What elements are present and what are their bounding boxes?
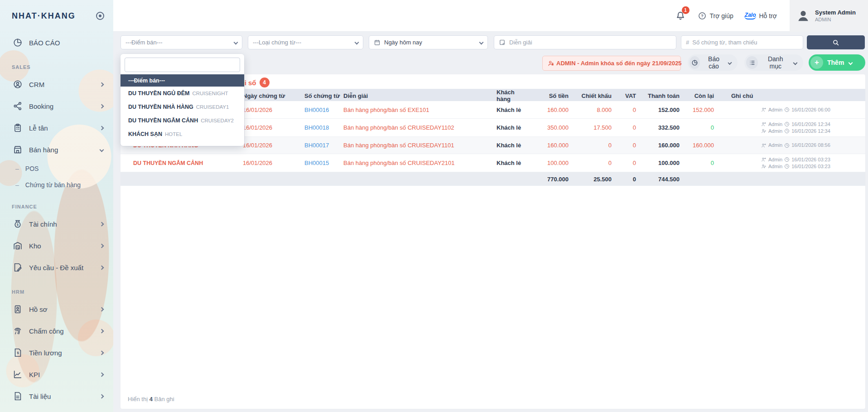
sidebar-item-chung-tu-ban-hang[interactable]: – Chứng từ bán hàng <box>0 177 113 193</box>
dropdown-option-cruiseday2[interactable]: DU THUYỀN NGẮM CẢNH CRUISEDAY2 <box>121 114 244 127</box>
note-user: Admin <box>768 107 782 113</box>
note-time: 16/01/2026 03:23 <box>791 156 830 163</box>
sidebar-item-label: BÁO CÁO <box>29 39 103 47</box>
doc-number-link[interactable]: BH00016 <box>297 107 342 113</box>
note-time: 16/01/2026 12:34 <box>791 121 830 128</box>
sidebar-item-cham-cong[interactable]: Chấm công <box>0 320 113 342</box>
pos-select[interactable]: ---Điểm bán--- <box>121 35 242 49</box>
col-header-desc: Diễn giải <box>342 92 492 99</box>
table-row[interactable]: DU THUYỀN NGẮM CẢNH 16/01/2026 BH00015 B… <box>121 154 865 172</box>
cell-amount: 160.000 <box>528 107 571 113</box>
help-icon: ? <box>698 11 707 20</box>
cell-payment: 160.000 <box>639 142 682 149</box>
sidebar-item-le-tan[interactable]: Lễ tân <box>0 117 113 139</box>
sidebar-item-tai-lieu[interactable]: Tài liệu <box>0 385 113 407</box>
support-label: Hỗ trợ <box>759 12 777 19</box>
notification-badge: 1 <box>682 6 690 14</box>
cell-payment: 152.000 <box>639 107 682 113</box>
help-label: Trợ giúp <box>710 12 733 19</box>
chevron-right-icon <box>100 222 104 226</box>
pie-chart-icon <box>691 59 698 66</box>
col-header-remaining: Còn lại <box>682 92 717 99</box>
sidebar-item-kpi[interactable]: KPI <box>0 364 113 385</box>
hash-icon: # <box>686 39 689 46</box>
sidebar-item-tien-luong[interactable]: $ Tiền lương <box>0 342 113 364</box>
note-time: 16/01/2026 08:56 <box>791 142 830 149</box>
chevron-down-icon <box>234 40 238 45</box>
sidebar-item-label: Chấm công <box>29 327 100 335</box>
clock-icon <box>784 107 790 112</box>
chevron-right-icon <box>100 126 104 130</box>
description-link[interactable]: Bán hàng phòng/bàn số CRUISEDAY2101 <box>342 160 492 166</box>
dropdown-option-hotel[interactable]: KHÁCH SẠN HOTEL <box>121 127 244 141</box>
svg-text:?: ? <box>701 14 704 18</box>
notifications-button[interactable]: 1 <box>675 10 686 21</box>
dropdown-search-input[interactable] <box>125 58 240 72</box>
user-plus-icon <box>761 107 767 112</box>
sidebar-collapse-icon[interactable] <box>96 12 104 20</box>
sidebar-item-bao-cao[interactable]: BÁO CÁO <box>0 32 113 53</box>
description-link[interactable]: Bán hàng phòng/bàn số CRUISEDAY1102 <box>342 124 492 131</box>
cell-vat: 0 <box>614 124 639 131</box>
cell-remaining: 152.000 <box>682 107 717 113</box>
categories-label: Danh mục <box>762 55 789 70</box>
user-role: ADMIN <box>815 16 856 23</box>
doc-number-link[interactable]: BH00015 <box>297 160 342 166</box>
sidebar-subitem-label: POS <box>25 165 39 172</box>
dash-icon: – <box>15 181 19 189</box>
document-icon <box>13 391 23 401</box>
user-circle-icon <box>13 79 23 89</box>
cell-discount: 0 <box>571 160 614 166</box>
categories-button[interactable]: Danh mục <box>744 54 803 71</box>
search-button[interactable] <box>807 35 865 49</box>
pie-chart-icon <box>13 38 23 48</box>
col-header-customer: Khách hàng <box>492 89 528 102</box>
chevron-down-icon <box>728 60 732 64</box>
dropdown-option-cruisenight[interactable]: DU THUYỀN NGỦ ĐÊM CRUISENIGHT <box>121 87 244 100</box>
cell-remaining: 160.000 <box>682 142 717 149</box>
cell-date: 16/01/2026 <box>239 107 297 113</box>
reports-button[interactable]: Báo cáo <box>688 54 738 71</box>
description-link[interactable]: Bán hàng phòng/bàn số CRUISEDAY1101 <box>342 142 492 149</box>
doc-number-link[interactable]: BH00018 <box>297 124 342 131</box>
chevron-right-icon <box>100 243 104 248</box>
note-time: 16/01/2026 06:00 <box>791 107 830 113</box>
doc-number-link[interactable]: BH00017 <box>297 142 342 149</box>
search-icon <box>832 39 839 46</box>
dropdown-option-default[interactable]: ---Điểm bán--- <box>121 74 244 87</box>
sidebar-item-tai-chinh[interactable]: $ Tài chính <box>0 213 113 235</box>
note-icon <box>499 39 506 46</box>
dropdown-option-cruiseday1[interactable]: DU THUYỀN NHÀ HÀNG CRUISEDAY1 <box>121 100 244 114</box>
table-totals-row: 770.000 25.500 0 744.500 <box>121 172 865 186</box>
network-icon <box>13 101 23 111</box>
description-input[interactable] <box>509 39 671 46</box>
help-button[interactable]: ? Trợ giúp <box>698 11 733 20</box>
description-link[interactable]: Bán hàng phòng/bàn số EXE101 <box>342 107 492 113</box>
dropdown-options-list: ---Điểm bán--- DU THUYỀN NGỦ ĐÊM CRUISEN… <box>121 74 244 141</box>
sidebar-item-label: Tài chính <box>29 220 100 228</box>
add-button[interactable]: + Thêm <box>809 54 865 71</box>
sidebar-item-kho[interactable]: Kho <box>0 235 113 257</box>
total-discount: 25.500 <box>571 176 614 183</box>
user-menu[interactable]: System Admin ADMIN <box>790 0 868 32</box>
chevron-down-icon <box>849 60 853 65</box>
avatar <box>796 9 810 23</box>
sidebar-item-ho-so[interactable]: Hồ sơ <box>0 298 113 320</box>
sidebar-item-ban-hang[interactable]: Bán hàng <box>0 139 113 160</box>
cell-amount: 160.000 <box>528 142 571 149</box>
sidebar-item-label: CRM <box>29 81 100 88</box>
sidebar-item-booking[interactable]: Booking <box>0 95 113 117</box>
col-header-notes: Ghi chú <box>717 92 865 99</box>
doc-number-input[interactable] <box>692 39 798 46</box>
zalo-support-button[interactable]: Zalo Hỗ trợ <box>744 12 777 19</box>
fingerprint-icon <box>13 326 23 336</box>
cell-amount: 100.000 <box>528 160 571 166</box>
doc-type-select[interactable]: ---Loại chứng từ--- <box>248 35 363 49</box>
sidebar-item-pos[interactable]: – POS <box>0 160 113 177</box>
date-range-select[interactable]: Ngày hôm nay <box>369 35 488 49</box>
note-time: 16/01/2026 03:23 <box>791 163 830 170</box>
sidebar-item-yeu-cau-de-xuat[interactable]: Yêu cầu - Đề xuất <box>0 257 113 278</box>
sidebar-item-crm[interactable]: CRM <box>0 73 113 95</box>
cell-date: 16/01/2026 <box>239 142 297 149</box>
user-lock-icon <box>547 60 555 67</box>
